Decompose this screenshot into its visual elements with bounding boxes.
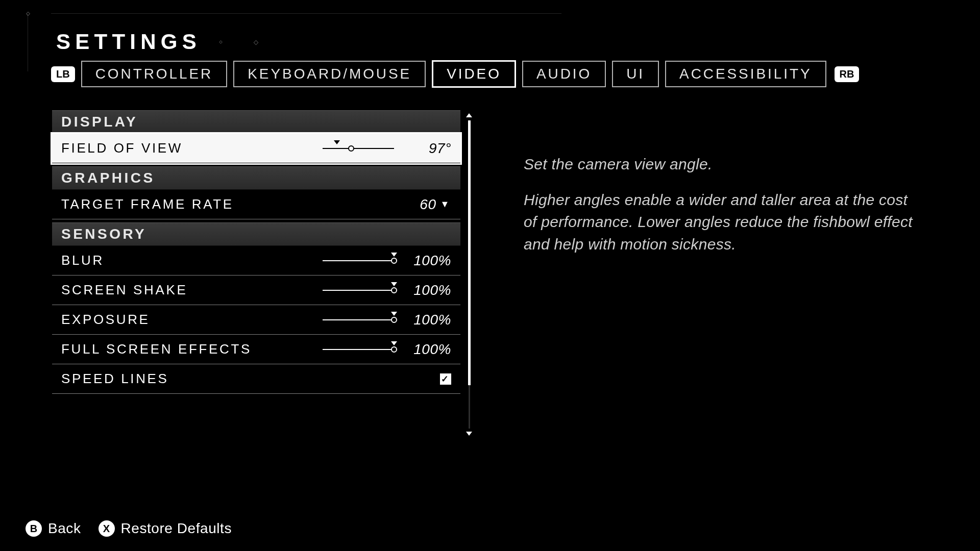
tab-controller[interactable]: CONTROLLER (81, 61, 228, 87)
full-screen-effects-slider[interactable] (323, 343, 394, 356)
description-line: Set the camera view angle. (524, 153, 917, 176)
default-marker-icon (391, 253, 397, 257)
restore-defaults-button[interactable]: X Restore Defaults (99, 520, 232, 537)
row-blur[interactable]: BLUR 100% (52, 246, 460, 276)
tab-keyboard-mouse[interactable]: KEYBOARD/MOUSE (233, 61, 426, 87)
scrollbar[interactable] (468, 113, 471, 436)
section-header-graphics: GRAPHICS (52, 166, 460, 190)
row-exposure[interactable]: EXPOSURE 100% (52, 305, 460, 335)
description-panel: Set the camera view angle. Higher angles… (524, 153, 917, 255)
scrollbar-thumb[interactable] (468, 120, 471, 385)
section-header-sensory: SENSORY (52, 222, 460, 246)
back-button[interactable]: B Back (26, 520, 81, 537)
row-label: FULL SCREEN EFFECTS (61, 341, 252, 357)
slider-track (323, 290, 394, 291)
decorative-dot (26, 12, 30, 16)
decorative-dot (254, 40, 259, 45)
tab-video[interactable]: VIDEO (432, 60, 516, 88)
row-full-screen-effects[interactable]: FULL SCREEN EFFECTS 100% (52, 335, 460, 364)
footer-label: Back (48, 520, 81, 537)
slider-thumb[interactable] (348, 145, 354, 152)
slider-track (323, 148, 394, 149)
dropdown-caret-icon: ▼ (440, 199, 451, 210)
row-target-frame-rate[interactable]: TARGET FRAME RATE 60 ▼ (52, 190, 460, 219)
tab-audio[interactable]: AUDIO (522, 61, 606, 87)
page-title: SETTINGS (56, 30, 201, 54)
default-marker-icon (391, 282, 397, 286)
slider-thumb[interactable] (391, 287, 397, 293)
slider-track (323, 260, 394, 261)
exposure-slider[interactable] (323, 314, 394, 326)
default-marker-icon (391, 341, 397, 345)
decorative-dot (219, 40, 223, 44)
settings-panel: DISPLAY FIELD OF VIEW 97° GRAPHICS TARGE… (52, 110, 460, 394)
rb-bumper-icon: RB (835, 66, 860, 82)
scrollbar-track[interactable] (469, 120, 470, 429)
row-label: TARGET FRAME RATE (61, 196, 234, 212)
x-button-icon: X (99, 520, 115, 537)
screen-shake-slider[interactable] (323, 284, 394, 296)
row-value: 100% (405, 282, 451, 298)
default-marker-icon (334, 140, 340, 144)
scroll-up-icon[interactable] (466, 113, 472, 117)
tab-accessibility[interactable]: ACCESSIBILITY (665, 61, 826, 87)
tab-bar: LB CONTROLLER KEYBOARD/MOUSE VIDEO AUDIO… (51, 60, 859, 88)
row-label: EXPOSURE (61, 312, 150, 328)
decorative-line (51, 13, 561, 14)
footer-actions: B Back X Restore Defaults (26, 520, 232, 537)
footer-label: Restore Defaults (121, 520, 232, 537)
section-header-display: DISPLAY (52, 110, 460, 134)
scroll-down-icon[interactable] (466, 432, 472, 436)
row-label: BLUR (61, 253, 104, 268)
lb-bumper-icon: LB (51, 66, 75, 82)
row-value: 100% (405, 341, 451, 358)
blur-slider[interactable] (323, 255, 394, 267)
slider-track (323, 349, 394, 350)
row-value: 100% (405, 312, 451, 328)
default-marker-icon (391, 312, 397, 316)
row-field-of-view[interactable]: FIELD OF VIEW 97° (52, 134, 460, 163)
description-line: Higher angles enable a wider and taller … (524, 189, 917, 256)
speed-lines-checkbox[interactable]: ✓ (440, 373, 451, 385)
row-screen-shake[interactable]: SCREEN SHAKE 100% (52, 276, 460, 305)
row-value: 60 (390, 196, 436, 213)
b-button-icon: B (26, 520, 42, 537)
tab-ui[interactable]: UI (612, 61, 659, 87)
decorative-line (28, 14, 28, 71)
row-speed-lines[interactable]: SPEED LINES ✓ (52, 364, 460, 394)
slider-track (323, 319, 394, 320)
slider-thumb[interactable] (391, 346, 397, 353)
row-value: 97° (405, 140, 451, 157)
row-label: SPEED LINES (61, 371, 169, 387)
slider-thumb[interactable] (391, 258, 397, 264)
row-label: FIELD OF VIEW (61, 140, 183, 156)
row-value: 100% (405, 253, 451, 269)
row-label: SCREEN SHAKE (61, 282, 187, 298)
fov-slider[interactable] (323, 142, 394, 155)
slider-thumb[interactable] (391, 317, 397, 323)
